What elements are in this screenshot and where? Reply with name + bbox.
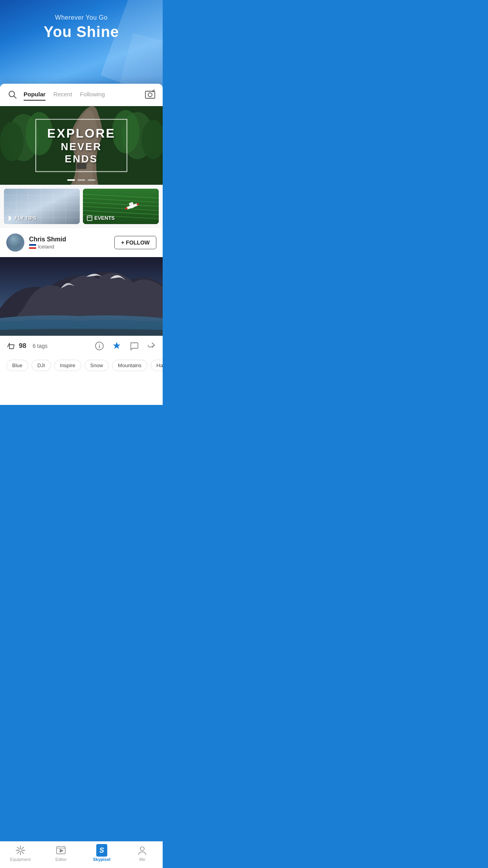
hero-title: You Shine — [0, 24, 163, 40]
dot-1 — [67, 179, 75, 181]
tabs: Popular Recent Following — [24, 91, 144, 99]
follow-button[interactable]: + FOLLOW — [114, 236, 156, 249]
tag-dji[interactable]: DJI — [31, 360, 51, 371]
banner-text-box: EXPLORE NEVER ENDS — [35, 119, 127, 172]
like-count: 98 — [19, 342, 26, 350]
category-row: FLY TIPS — [0, 185, 163, 228]
svg-line-1 — [14, 96, 17, 99]
post-actions: 98 6 tags — [0, 336, 163, 356]
action-icons — [94, 341, 156, 351]
tag-happy[interactable]: Happy — [150, 360, 163, 371]
tab-recent[interactable]: Recent — [53, 91, 72, 99]
tags-row: Blue DJI Inspire Snow Mountains Happy — [0, 356, 163, 377]
post-image — [0, 257, 163, 336]
svg-text:+: + — [152, 90, 154, 94]
iceland-flag — [29, 244, 36, 249]
hero-section: Wherever You Go You Shine — [0, 0, 163, 40]
search-icon[interactable] — [6, 88, 19, 101]
like-icon[interactable] — [6, 341, 17, 351]
tag-mountains[interactable]: Mountains — [112, 360, 147, 371]
category-fly-tips[interactable]: FLY TIPS — [4, 189, 80, 224]
banner-line2: NEVER ENDS — [47, 141, 116, 165]
banner-line1: EXPLORE — [47, 126, 116, 141]
tab-following[interactable]: Following — [80, 91, 105, 99]
post-location: Iceland — [29, 244, 114, 250]
post-user-info: Chris Shmid Iceland — [29, 236, 114, 250]
post-header: Chris Shmid Iceland + FOLLOW — [0, 228, 163, 257]
banner-dots — [67, 179, 95, 181]
events-label: EVENTS — [83, 212, 119, 224]
share-icon[interactable] — [146, 341, 156, 351]
tag-inspire[interactable]: Inspire — [54, 360, 81, 371]
info-icon[interactable] — [94, 341, 105, 351]
comment-icon[interactable] — [129, 341, 139, 351]
svg-rect-38 — [87, 216, 92, 221]
hero-subtitle: Wherever You Go — [0, 14, 163, 21]
banner-image: EXPLORE NEVER ENDS — [0, 106, 163, 185]
tag-blue[interactable]: Blue — [6, 360, 28, 371]
dot-2 — [77, 179, 85, 181]
dot-3 — [88, 179, 95, 181]
post-username: Chris Shmid — [29, 236, 114, 243]
fly-tips-label: FLY TIPS — [4, 212, 40, 224]
tags-count: 6 tags — [33, 343, 48, 349]
add-photo-icon[interactable]: + — [144, 88, 156, 101]
svg-point-3 — [148, 93, 152, 97]
svg-point-42 — [99, 344, 100, 345]
svg-point-9 — [0, 122, 24, 161]
star-icon[interactable] — [112, 341, 122, 351]
main-card: Popular Recent Following + — [0, 84, 163, 405]
tag-snow[interactable]: Snow — [84, 360, 109, 371]
avatar[interactable] — [6, 234, 24, 252]
category-events[interactable]: EVENTS — [83, 189, 159, 224]
like-section: 98 — [6, 341, 26, 351]
tab-popular[interactable]: Popular — [24, 91, 46, 99]
tab-bar: Popular Recent Following + — [0, 84, 163, 106]
